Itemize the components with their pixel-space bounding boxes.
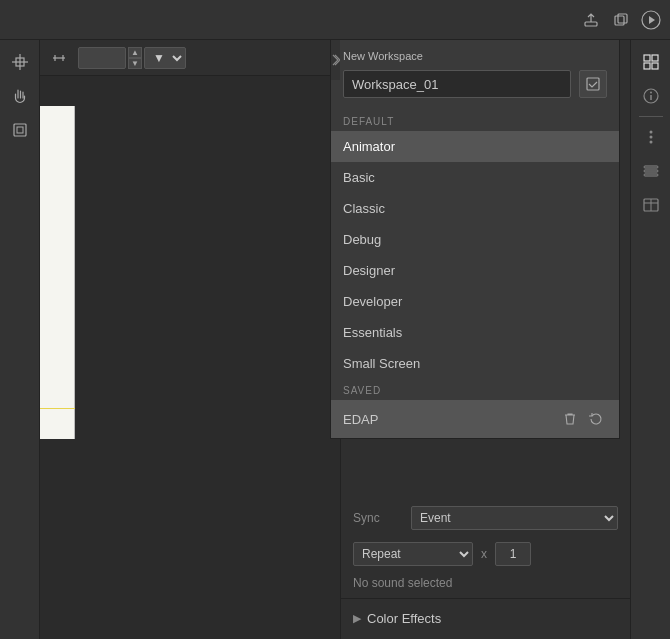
x-label: x	[481, 547, 487, 561]
left-toolbar	[0, 40, 40, 639]
color-effects-section: ▶ Color Effects	[341, 598, 630, 638]
dots-panel-icon[interactable]	[637, 123, 665, 151]
stage-area	[40, 76, 330, 439]
svg-rect-8	[14, 124, 26, 136]
info-panel-icon[interactable]	[637, 82, 665, 110]
delete-workspace-button[interactable]	[559, 408, 581, 430]
workspace-item-small-screen[interactable]: Small Screen	[331, 348, 619, 379]
stage-yellow-line	[40, 408, 75, 409]
workspace-item-basic[interactable]: Basic	[331, 162, 619, 193]
svg-point-23	[649, 141, 652, 144]
repeat-count: 1	[495, 542, 531, 566]
zoom-toolbar: 50% ▲ ▼ ▼	[40, 40, 330, 76]
svg-rect-13	[587, 78, 599, 90]
duplicate-icon[interactable]	[610, 9, 632, 31]
workspace-item-developer[interactable]: Developer	[331, 286, 619, 317]
svg-rect-26	[644, 174, 658, 176]
sync-label: Sync	[353, 511, 403, 525]
svg-rect-15	[652, 55, 658, 61]
stage-white-area	[40, 106, 75, 439]
workspace-panel-header: New Workspace	[331, 40, 619, 70]
zoom-dropdown[interactable]: ▼	[144, 47, 186, 69]
adjustments-panel-icon[interactable]	[637, 157, 665, 185]
play-icon[interactable]	[640, 9, 662, 31]
workspace-save-button[interactable]	[579, 70, 607, 98]
zoom-control: 50% ▲ ▼ ▼	[78, 47, 186, 69]
zoom-arrows: ▲ ▼	[128, 47, 142, 69]
workspace-items-list: Animator Basic Classic Debug Designer De…	[331, 131, 619, 438]
zoom-up-arrow[interactable]: ▲	[128, 47, 142, 58]
box-icon[interactable]	[6, 116, 34, 144]
svg-rect-16	[644, 63, 650, 69]
share-icon[interactable]	[580, 9, 602, 31]
workspace-panel: New Workspace DEFAULT Animator Basic Cla…	[330, 40, 620, 439]
workspace-item-debug[interactable]: Debug	[331, 224, 619, 255]
saved-item-actions	[559, 408, 607, 430]
zoom-down-arrow[interactable]: ▼	[128, 58, 142, 69]
zoom-input[interactable]: 50%	[78, 47, 126, 69]
workspace-item-edap[interactable]: EDAP	[331, 400, 619, 438]
svg-rect-14	[644, 55, 650, 61]
svg-rect-0	[585, 22, 597, 26]
svg-point-20	[650, 92, 652, 94]
repeat-row: Repeat x 1	[341, 536, 630, 572]
no-sound-text: No sound selected	[341, 572, 630, 598]
color-effects-header[interactable]: ▶ Color Effects	[353, 607, 618, 630]
saved-section-label: SAVED	[331, 379, 619, 400]
hand-icon[interactable]	[6, 82, 34, 110]
svg-rect-9	[17, 127, 23, 133]
svg-point-22	[649, 136, 652, 139]
right-panel-divider	[639, 116, 663, 117]
color-effects-label: Color Effects	[367, 611, 441, 626]
workspace-name-row	[331, 70, 619, 110]
sync-row: Sync Event	[341, 500, 630, 536]
svg-marker-4	[649, 16, 655, 24]
table-panel-icon[interactable]	[637, 191, 665, 219]
svg-rect-1	[615, 16, 624, 25]
workspace-name-input[interactable]	[343, 70, 571, 98]
right-icon-panel	[630, 40, 670, 639]
svg-rect-25	[644, 170, 658, 172]
workspace-item-classic[interactable]: Classic	[331, 193, 619, 224]
workspace-item-designer[interactable]: Designer	[331, 255, 619, 286]
repeat-select[interactable]: Repeat	[353, 542, 473, 566]
sync-select[interactable]: Event	[411, 506, 618, 530]
workspace-item-animator[interactable]: Animator	[331, 131, 619, 162]
workspace-item-essentials[interactable]: Essentials	[331, 317, 619, 348]
grid-panel-icon[interactable]	[637, 48, 665, 76]
reset-workspace-button[interactable]	[585, 408, 607, 430]
svg-rect-24	[644, 166, 658, 168]
crosshair-icon[interactable]	[6, 48, 34, 76]
default-section-label: DEFAULT	[331, 110, 619, 131]
svg-point-21	[649, 131, 652, 134]
panel-collapse-button[interactable]	[330, 40, 340, 80]
top-toolbar	[0, 0, 670, 40]
svg-rect-2	[618, 14, 627, 23]
svg-rect-17	[652, 63, 658, 69]
align-icon[interactable]	[48, 47, 70, 69]
